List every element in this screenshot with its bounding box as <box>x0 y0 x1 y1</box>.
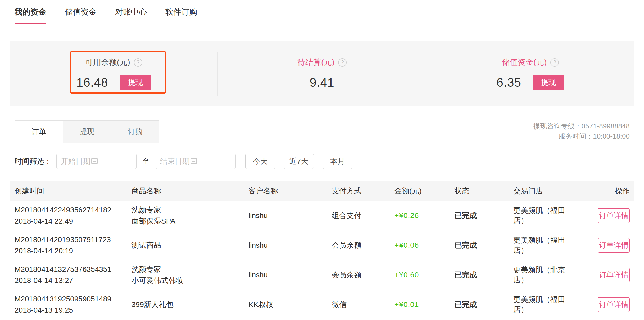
nav-item-my-funds[interactable]: 我的资金 <box>15 0 46 24</box>
table-row: M2018041420193507911723 2018-04-14 20:19… <box>10 230 634 260</box>
start-date-input[interactable]: 开始日期 <box>56 154 137 169</box>
top-nav: 我的资金 储值资金 对账中心 软件订购 <box>0 0 644 24</box>
quick-filter-this-month[interactable]: 本月 <box>323 154 352 169</box>
time-filter-row: 时间筛选： 开始日期 至 结束日期 今天 近7天 本月 <box>15 154 644 169</box>
status-cell: 已完成 <box>455 211 513 221</box>
table-row: M2018041319250959051489 2018-04-13 19:25… <box>10 290 634 319</box>
order-created-cell: M2018041422493562714182 2018-04-14 22:49 <box>15 205 131 227</box>
date-range-to-label: 至 <box>142 156 150 166</box>
order-created-cell: M2018041319250959051489 2018-04-13 19:25 <box>15 294 131 316</box>
amount-cell: +¥0.26 <box>394 211 455 220</box>
end-date-placeholder: 结束日期 <box>160 156 190 166</box>
available-balance-label: 可用余额(元) <box>85 57 130 68</box>
tab-purchases[interactable]: 订购 <box>111 120 159 143</box>
customer-cell: linshu <box>248 211 332 220</box>
payment-cell: 组合支付 <box>332 211 394 221</box>
nav-item-stored-funds[interactable]: 储值资金 <box>65 0 97 24</box>
store-cell: 更美颜肌（福田店） <box>513 295 577 315</box>
col-header-product: 商品名称 <box>131 186 248 196</box>
support-hotline: 提现咨询专线：0571-89988848 <box>533 121 630 131</box>
col-header-amount: 金额(元) <box>394 186 455 196</box>
list-tabs-bar: 订单 提现 订购 提现咨询专线：0571-89988848 服务时间：10:00… <box>10 121 634 143</box>
nav-item-software-purchase[interactable]: 软件订购 <box>165 0 197 24</box>
funds-summary-panel: 可用余额(元) ? 16.48 提现 待结算(元) ? 9.41 储值资金(元)… <box>10 41 634 106</box>
order-datetime: 2018-04-14 13:27 <box>15 275 131 286</box>
support-info: 提现咨询专线：0571-89988848 服务时间：10:00-18:00 <box>533 121 630 141</box>
store-cell: 更美颜肌（北京店） <box>513 265 577 285</box>
order-datetime: 2018-04-14 20:19 <box>15 245 131 256</box>
payment-cell: 会员余额 <box>332 240 394 250</box>
order-datetime: 2018-04-13 19:25 <box>15 305 131 316</box>
payment-cell: 微信 <box>332 300 394 310</box>
help-icon[interactable]: ? <box>550 58 559 67</box>
order-number: M2018041319250959051489 <box>15 294 131 305</box>
status-cell: 已完成 <box>455 270 513 280</box>
quick-filter-last7days[interactable]: 近7天 <box>284 154 314 169</box>
customer-cell: linshu <box>248 271 332 279</box>
calendar-icon[interactable] <box>90 157 98 166</box>
time-filter-label: 时间筛选： <box>15 156 52 166</box>
available-balance-value: 16.48 <box>76 75 108 90</box>
stored-funds-card: 储值资金(元) ? 6.35 提现 <box>426 41 634 106</box>
end-date-input[interactable]: 结束日期 <box>156 154 236 169</box>
table-row: M2018041413275376354351 2018-04-14 13:27… <box>10 260 634 290</box>
help-icon[interactable]: ? <box>338 58 347 67</box>
order-detail-button[interactable]: 订单详情 <box>598 268 630 282</box>
order-number: M2018041422493562714182 <box>15 205 131 216</box>
pending-settlement-value: 9.41 <box>310 75 334 90</box>
amount-cell: +¥0.06 <box>394 241 455 250</box>
order-created-cell: M2018041413275376354351 2018-04-14 13:27 <box>15 264 131 286</box>
stored-funds-label: 储值资金(元) <box>502 57 547 68</box>
store-cell: 更美颜肌（福田店） <box>513 206 577 226</box>
col-header-status: 状态 <box>455 186 513 196</box>
col-header-action: 操作 <box>615 186 630 196</box>
support-hours: 服务时间：10:00-18:00 <box>533 131 630 141</box>
nav-item-reconciliation[interactable]: 对账中心 <box>115 0 147 24</box>
order-number: M2018041413275376354351 <box>15 264 131 275</box>
order-datetime: 2018-04-14 22:49 <box>15 216 131 227</box>
stored-funds-label-row: 储值资金(元) ? <box>502 57 559 68</box>
calendar-icon[interactable] <box>190 157 198 166</box>
help-icon[interactable]: ? <box>134 58 142 67</box>
product-cell: 399新人礼包 <box>131 299 248 310</box>
table-row: M2018041422493562714182 2018-04-14 22:49… <box>10 201 634 230</box>
available-balance-label-row: 可用余额(元) ? <box>85 57 142 68</box>
pending-settlement-label-row: 待结算(元) ? <box>297 57 347 68</box>
quick-filter-today[interactable]: 今天 <box>245 154 275 169</box>
col-header-created: 创建时间 <box>15 186 131 196</box>
amount-cell: +¥0.60 <box>394 271 455 279</box>
tab-orders[interactable]: 订单 <box>15 120 63 143</box>
payment-cell: 会员余额 <box>332 270 394 280</box>
tab-withdrawals[interactable]: 提现 <box>63 120 111 143</box>
pending-settlement-card: 待结算(元) ? 9.41 <box>218 41 426 106</box>
amount-cell: +¥0.01 <box>394 300 455 309</box>
product-cell: 洗颜专家 小可爱韩式韩妆 <box>131 264 248 286</box>
status-cell: 已完成 <box>455 300 513 310</box>
customer-cell: linshu <box>248 241 332 250</box>
start-date-placeholder: 开始日期 <box>61 156 90 166</box>
order-number: M2018041420193507911723 <box>15 234 131 245</box>
stored-funds-value: 6.35 <box>497 75 521 90</box>
pending-settlement-label: 待结算(元) <box>297 57 334 68</box>
order-detail-button[interactable]: 订单详情 <box>598 297 630 312</box>
orders-table: 创建时间 商品名称 客户名称 支付方式 金额(元) 状态 交易门店 操作 M20… <box>10 181 634 319</box>
col-header-customer: 客户名称 <box>248 186 332 196</box>
order-detail-button[interactable]: 订单详情 <box>598 238 630 253</box>
customer-cell: KK叔叔 <box>248 300 332 310</box>
withdraw-button-stored[interactable]: 提现 <box>533 75 564 90</box>
status-cell: 已完成 <box>455 240 513 250</box>
product-cell: 洗颜专家 面部保湿SPA <box>131 205 248 227</box>
col-header-store: 交易门店 <box>513 186 577 196</box>
table-header: 创建时间 商品名称 客户名称 支付方式 金额(元) 状态 交易门店 操作 <box>10 181 634 201</box>
available-balance-card: 可用余额(元) ? 16.48 提现 <box>10 41 218 106</box>
col-header-payment: 支付方式 <box>332 186 394 196</box>
order-detail-button[interactable]: 订单详情 <box>598 208 630 223</box>
withdraw-button-balance[interactable]: 提现 <box>120 75 151 90</box>
store-cell: 更美颜肌（福田店） <box>513 235 577 255</box>
product-cell: 测试商品 <box>131 240 248 251</box>
order-created-cell: M2018041420193507911723 2018-04-14 20:19 <box>15 234 131 256</box>
